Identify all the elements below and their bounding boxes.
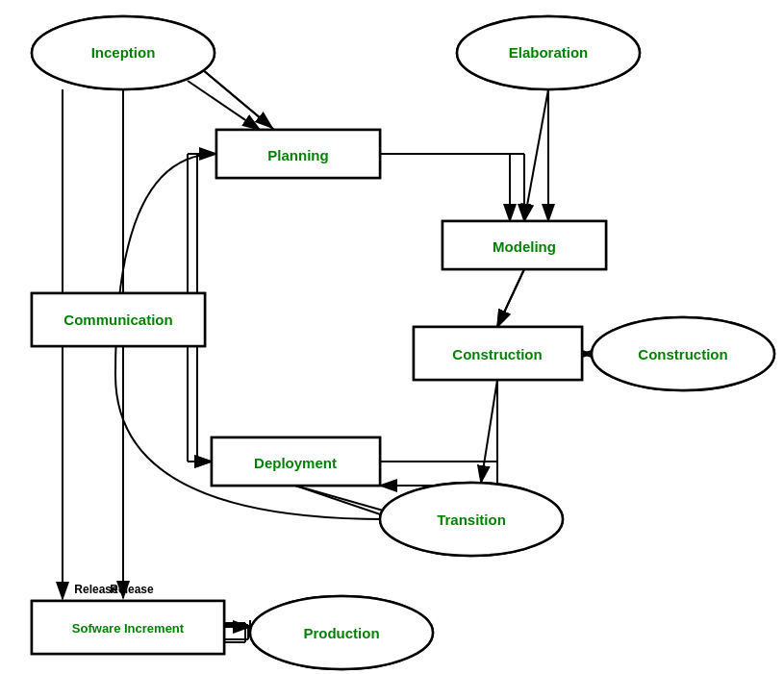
svg-text:Release: Release [74,583,118,596]
svg-text:Modeling: Modeling [493,238,556,255]
modeling-construction-arrow [497,269,524,327]
elaboration-to-modeling [524,89,548,221]
svg-text:Construction: Construction [452,346,542,362]
svg-text:Elaboration: Elaboration [509,44,589,61]
svg-text:Construction: Construction [638,346,727,362]
svg-text:Transition: Transition [437,512,506,528]
planning-to-modeling-path [380,154,510,221]
construction-to-deployment [380,380,497,486]
svg-text:Deployment: Deployment [254,455,337,471]
svg-text:Production: Production [303,625,379,641]
svg-text:Sofware Increment: Sofware Increment [72,621,185,636]
diagram-container: Inception Elaboration Planning Modeling … [0,0,784,674]
svg-text:Planning: Planning [267,147,328,163]
diagram-svg: Inception Elaboration Planning Modeling … [0,0,784,674]
construction-transition-arrow [481,380,497,483]
svg-text:Inception: Inception [91,44,156,61]
svg-text:Communication: Communication [63,312,172,328]
